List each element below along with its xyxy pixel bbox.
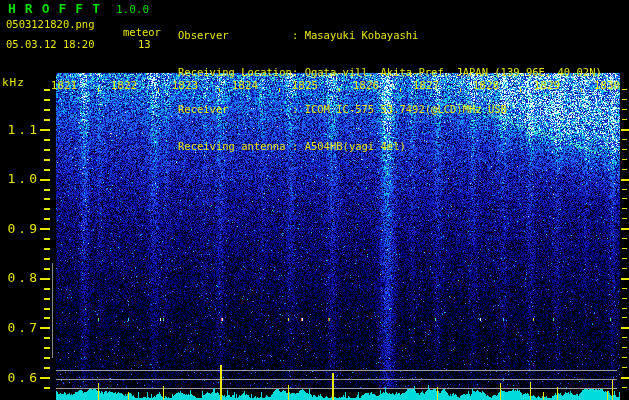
info-separator: :: [292, 103, 305, 115]
info-value: Masayuki Kobayashi: [305, 29, 419, 41]
freq-tick-label-0.7: 0.7: [0, 320, 40, 335]
info-separator: :: [292, 29, 305, 41]
info-label: Observer: [178, 29, 292, 41]
info-value: ICOM IC-575 53.7492(@LCD)MHz USB: [305, 103, 507, 115]
time-tick-label-1821: 1821: [48, 79, 80, 92]
info-separator: :: [292, 140, 305, 152]
info-value: Ogata-vill. Akita-Pref. JAPAN (139.96E, …: [305, 66, 602, 78]
freq-tick-label-0.6: 0.6: [0, 370, 40, 385]
mode-label: meteor: [123, 26, 161, 38]
time-tick-label-1823: 1823: [169, 79, 201, 92]
frequency-unit-label: kHz: [2, 76, 25, 89]
app-version: 1.0.0: [116, 3, 149, 16]
freq-tick-label-1.0: 1.0: [0, 171, 40, 186]
time-tick-label-1830: 1830: [591, 79, 623, 92]
datetime-label: 05.03.12 18:20: [6, 38, 95, 50]
time-tick-label-1825: 1825: [289, 79, 321, 92]
time-tick-label-1824: 1824: [229, 79, 261, 92]
info-row-observer: Observer: Masayuki Kobayashi: [178, 29, 602, 41]
info-separator: :: [292, 66, 305, 78]
time-tick-label-1828: 1828: [470, 79, 502, 92]
echo-count: 13: [138, 38, 151, 50]
time-tick-label-1822: 1822: [108, 79, 140, 92]
time-tick-label-1829: 1829: [531, 79, 563, 92]
time-tick-label-1826: 1826: [350, 79, 382, 92]
freq-tick-label-0.9: 0.9: [0, 221, 40, 236]
info-row-receiver: Receiver: ICOM IC-575 53.7492(@LCD)MHz U…: [178, 103, 602, 115]
freq-tick-label-0.8: 0.8: [0, 270, 40, 285]
info-row-receiving-antenna: Receiving antenna: A504HB(yagi 4el): [178, 140, 602, 152]
freq-tick-label-1.1: 1.1: [0, 122, 40, 137]
app-title: HROFFT: [8, 1, 109, 16]
info-label: Receiving antenna: [178, 140, 292, 152]
output-filename: 0503121820.png: [6, 18, 95, 30]
hrofft-output: HROFFT 1.0.0 0503121820.png meteor 05.03…: [0, 0, 629, 400]
info-row-receiving-location: Receiving Location: Ogata-vill. Akita-Pr…: [178, 66, 602, 78]
info-label: Receiver: [178, 103, 292, 115]
time-tick-label-1827: 1827: [410, 79, 442, 92]
info-value: A504HB(yagi 4el): [305, 140, 406, 152]
info-label: Receiving Location: [178, 66, 292, 78]
